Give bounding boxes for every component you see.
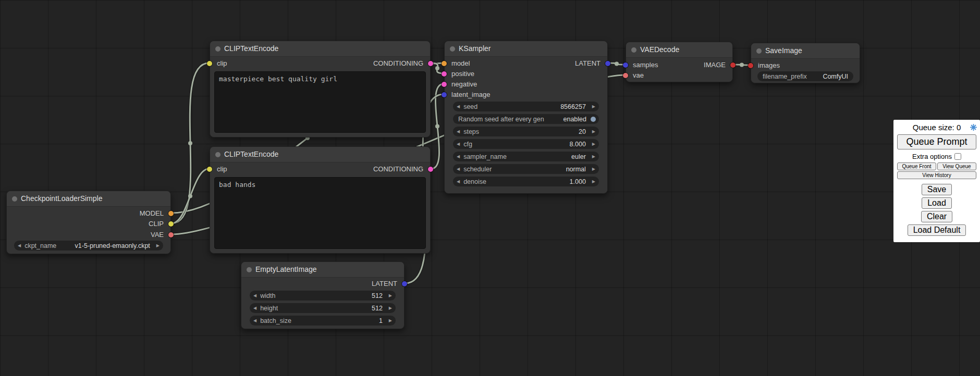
- output-port-model-icon[interactable]: [168, 211, 174, 216]
- decrement-arrow-icon[interactable]: ◀: [453, 127, 463, 136]
- link-midpoint-dot[interactable]: [188, 141, 192, 145]
- collapse-dot-icon[interactable]: [631, 47, 636, 53]
- link-midpoint-dot[interactable]: [435, 124, 439, 129]
- increment-arrow-icon[interactable]: ▶: [589, 164, 599, 174]
- increment-arrow-icon[interactable]: ▶: [589, 152, 599, 161]
- input-port-latent-icon[interactable]: [442, 92, 447, 97]
- input-slot-latent-image: latent_image: [445, 90, 607, 100]
- input-port-conditioning-icon[interactable]: [442, 71, 447, 77]
- view-history-button[interactable]: View History: [897, 171, 976, 179]
- node-clip-text-encode-negative[interactable]: CLIPTextEncode clip CONDITIONING bad han…: [210, 146, 431, 254]
- link-midpoint-dot[interactable]: [740, 63, 744, 67]
- increment-arrow-icon[interactable]: ▶: [385, 303, 396, 313]
- increment-arrow-icon[interactable]: ▶: [385, 316, 396, 325]
- widget-sampler-name[interactable]: ◀ sampler_name euler ▶: [453, 152, 599, 161]
- output-port-vae-icon[interactable]: [168, 232, 174, 237]
- decrement-arrow-icon[interactable]: ◀: [453, 177, 463, 186]
- decrement-arrow-icon[interactable]: ◀: [14, 241, 24, 250]
- comfy-menu-panel[interactable]: Queue size: 0 Queue Prompt Extra options…: [893, 120, 980, 242]
- node-title-bar[interactable]: VAEDecode: [626, 42, 732, 58]
- output-slot-vae: VAE: [7, 230, 170, 240]
- input-port-image-icon[interactable]: [748, 63, 753, 68]
- node-ksampler[interactable]: KSampler model LATENT positive negative …: [444, 41, 608, 194]
- increment-arrow-icon[interactable]: ▶: [589, 102, 599, 111]
- collapse-dot-icon[interactable]: [756, 48, 762, 54]
- output-slot-model: MODEL: [7, 208, 170, 219]
- clear-button[interactable]: Clear: [921, 211, 952, 222]
- output-port-latent-icon[interactable]: [402, 281, 407, 286]
- node-title-bar[interactable]: CLIPTextEncode: [210, 41, 430, 57]
- decrement-arrow-icon[interactable]: ◀: [250, 291, 260, 300]
- node-title-bar[interactable]: EmptyLatentImage: [241, 262, 404, 278]
- collapse-dot-icon[interactable]: [215, 46, 220, 52]
- input-port-model-icon[interactable]: [442, 61, 447, 66]
- decrement-arrow-icon[interactable]: ◀: [250, 303, 260, 313]
- node-title-bar[interactable]: CheckpointLoaderSimple: [7, 191, 170, 207]
- decrement-arrow-icon[interactable]: ◀: [453, 139, 463, 149]
- output-port-conditioning-icon[interactable]: [428, 167, 433, 172]
- widget-ckpt-name[interactable]: ◀ ckpt_name v1-5-pruned-emaonly.ckpt ▶: [14, 241, 163, 250]
- load-default-button[interactable]: Load Default: [908, 224, 966, 236]
- node-clip-text-encode-positive[interactable]: CLIPTextEncode clip CONDITIONING masterp…: [210, 41, 431, 137]
- input-port-conditioning-icon[interactable]: [442, 82, 447, 87]
- node-save-image[interactable]: SaveImage images filename_prefix ComfyUI: [751, 43, 860, 83]
- node-checkpoint-loader-simple[interactable]: CheckpointLoaderSimple MODEL CLIP VAE ◀ …: [6, 191, 171, 254]
- link-midpoint-dot[interactable]: [615, 62, 619, 66]
- input-port-latent-icon[interactable]: [623, 62, 628, 68]
- output-port-conditioning-icon[interactable]: [428, 61, 433, 66]
- widget-scheduler[interactable]: ◀ scheduler normal ▶: [453, 164, 599, 174]
- widget-cfg[interactable]: ◀ cfg 8.000 ▶: [453, 139, 599, 149]
- output-port-clip-icon[interactable]: [168, 221, 174, 227]
- increment-arrow-icon[interactable]: ▶: [589, 139, 599, 149]
- queue-front-button[interactable]: Queue Front: [897, 162, 936, 170]
- collapse-dot-icon[interactable]: [215, 152, 220, 157]
- increment-arrow-icon[interactable]: ▶: [385, 291, 396, 300]
- widget-seed[interactable]: ◀ seed 8566257 ▶: [453, 102, 599, 111]
- collapse-dot-icon[interactable]: [247, 267, 252, 272]
- decrement-arrow-icon[interactable]: ◀: [453, 102, 463, 111]
- input-slot-clip: clip CONDITIONING: [210, 58, 430, 69]
- load-button[interactable]: Load: [922, 197, 952, 209]
- view-queue-button[interactable]: View Queue: [937, 162, 976, 170]
- prompt-textarea[interactable]: masterpiece best quality girl: [214, 71, 426, 133]
- output-port-latent-icon[interactable]: [605, 61, 610, 66]
- decrement-arrow-icon[interactable]: ◀: [453, 164, 463, 174]
- input-port-clip-icon[interactable]: [207, 61, 212, 66]
- input-port-vae-icon[interactable]: [623, 73, 628, 78]
- input-slot-clip: clip CONDITIONING: [210, 164, 430, 174]
- input-slot-vae: vae: [626, 70, 732, 81]
- node-empty-latent-image[interactable]: EmptyLatentImage LATENT ◀ width 512 ▶ ◀ …: [241, 261, 405, 329]
- widget-batch-size[interactable]: ◀ batch_size 1 ▶: [250, 316, 396, 325]
- node-vae-decode[interactable]: VAEDecode samples IMAGE vae: [626, 42, 733, 82]
- increment-arrow-icon[interactable]: ▶: [589, 127, 599, 136]
- save-button[interactable]: Save: [922, 184, 952, 195]
- widget-height[interactable]: ◀ height 512 ▶: [250, 303, 396, 313]
- output-port-image-icon[interactable]: [730, 62, 736, 68]
- extra-options-row[interactable]: Extra options: [912, 152, 961, 161]
- widget-steps[interactable]: ◀ steps 20 ▶: [453, 127, 599, 136]
- collapse-dot-icon[interactable]: [450, 46, 455, 52]
- queue-prompt-button[interactable]: Queue Prompt: [897, 134, 976, 149]
- node-title-bar[interactable]: CLIPTextEncode: [210, 147, 430, 162]
- link-midpoint-dot[interactable]: [188, 194, 192, 198]
- decrement-arrow-icon[interactable]: ◀: [250, 316, 260, 325]
- widget-width[interactable]: ◀ width 512 ▶: [250, 291, 396, 300]
- widget-seed-control[interactable]: Random seed after every gen enabled: [453, 114, 599, 124]
- prompt-textarea[interactable]: bad hands: [214, 177, 426, 249]
- decrement-arrow-icon[interactable]: ◀: [453, 152, 463, 161]
- node-title-bar[interactable]: SaveImage: [751, 43, 860, 59]
- increment-arrow-icon[interactable]: ▶: [589, 177, 599, 186]
- output-slot-latent: LATENT: [241, 279, 404, 289]
- collapse-dot-icon[interactable]: [12, 196, 17, 202]
- graph-canvas[interactable]: CheckpointLoaderSimple MODEL CLIP VAE ◀ …: [0, 0, 980, 376]
- link-midpoint-dot[interactable]: [435, 66, 439, 70]
- increment-arrow-icon[interactable]: ▶: [153, 241, 163, 250]
- widget-filename-prefix[interactable]: filename_prefix ComfyUI: [757, 71, 853, 81]
- input-port-clip-icon[interactable]: [207, 167, 212, 172]
- extra-options-checkbox[interactable]: [954, 153, 961, 160]
- node-title-bar[interactable]: KSampler: [445, 41, 607, 57]
- toggle-enabled-icon[interactable]: [591, 117, 596, 122]
- node-title: SaveImage: [765, 46, 802, 55]
- widget-denoise[interactable]: ◀ denoise 1.000 ▶: [453, 177, 599, 186]
- settings-icon[interactable]: [970, 123, 977, 131]
